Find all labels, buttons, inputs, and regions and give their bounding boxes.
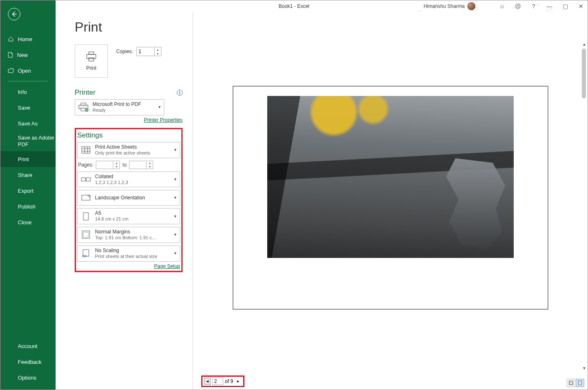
paper-sub: 14.8 cm x 21 cm [95,216,170,222]
document-title: Book1 - Excel [278,3,309,9]
preview-page [233,86,548,309]
sidebar-separator [8,81,48,81]
scrollbar-thumb[interactable] [582,49,586,98]
spin-up-icon[interactable]: ▲ [146,161,153,165]
spin-up-icon[interactable]: ▲ [155,47,161,52]
svg-rect-21 [570,382,572,384]
printer-heading-row: Printer i [75,88,183,97]
sidebar-item-options[interactable]: Options [0,370,56,385]
sidebar-item-open[interactable]: Open [0,63,56,78]
spin-up-icon[interactable]: ▲ [113,161,120,165]
info-icon[interactable]: i [177,90,183,96]
sidebar-item-share[interactable]: Share [0,167,56,183]
svg-point-10 [85,108,88,112]
collation-sub: 1,2,3 1,2,3 1,2,3 [95,180,170,186]
sidebar-item-save-as[interactable]: Save As [0,115,56,131]
printer-properties-link[interactable]: Printer Properties [144,117,183,123]
pages-from-input[interactable] [96,161,113,169]
orientation-dropdown[interactable]: Landscape Orientation ▼ [77,190,180,206]
print-settings-column: Print Copies: ▲▼ Printer i Microsoft Pri… [75,44,183,272]
pages-to-input[interactable] [129,161,146,169]
print-button[interactable]: Print [75,44,108,78]
chevron-down-icon: ▼ [173,233,177,237]
sidebar-label: Publish [18,204,36,210]
pages-to-label: to [122,162,127,168]
sidebar-item-print[interactable]: Print [0,151,56,167]
back-button[interactable] [8,8,20,20]
paper-size-dropdown[interactable]: A5 14.8 cm x 21 cm ▼ [77,208,180,224]
landscape-icon [80,192,92,204]
scroll-up-icon[interactable]: ▲ [582,42,586,47]
svg-rect-6 [89,58,94,61]
sidebar-item-save-adobe[interactable]: Save as Adobe PDF [0,131,56,151]
prev-page-button[interactable]: ◄ [204,378,211,385]
pages-row: Pages: ▲▼ to ▲▼ [77,161,180,169]
user-identity[interactable]: Himanshu Sharma [424,2,476,10]
zoom-to-page-button[interactable] [576,379,584,387]
next-page-button[interactable]: ► [235,378,242,385]
close-button[interactable]: ✕ [577,3,585,10]
face-happy-icon[interactable]: ☺ [498,3,506,10]
sidebar-item-info[interactable]: Info [0,84,56,100]
maximize-button[interactable]: ▢ [561,3,569,10]
copies-label: Copies: [116,49,133,54]
spin-down-icon[interactable]: ▼ [146,165,153,169]
svg-rect-8 [81,103,86,105]
chevron-down-icon: ▼ [173,214,177,218]
paper-title: A5 [95,210,170,216]
sidebar-item-close[interactable]: Close [0,214,56,230]
pages-to-spinner[interactable]: ▲▼ [129,161,153,169]
folder-open-icon [8,68,14,73]
collate-icon [80,174,92,185]
home-icon [8,36,14,42]
file-icon [8,52,13,58]
copies-input[interactable] [137,47,154,56]
scaling-dropdown[interactable]: 100 No Scaling Print sheets at their act… [77,245,180,262]
sidebar-label: Save as Adobe PDF [18,135,56,147]
chevron-down-icon: ▼ [173,177,177,182]
margins-dropdown[interactable]: Normal Margins Top: 1.91 cm Bottom: 1.91… [77,227,180,243]
printer-name: Microsoft Print to PDF [93,101,154,108]
sidebar-item-export[interactable]: Export [0,183,56,199]
page-setup-link[interactable]: Page Setup [154,263,180,269]
sidebar-label: Save As [18,120,38,127]
svg-rect-11 [82,147,90,153]
sidebar-item-account[interactable]: Account [0,338,56,354]
sidebar-label: Export [18,188,34,194]
margins-icon [80,229,92,240]
show-margins-button[interactable] [567,379,575,387]
help-icon[interactable]: ? [529,3,538,10]
svg-rect-15 [83,213,88,220]
arrow-left-icon [11,11,17,17]
print-what-dropdown[interactable]: Print Active Sheets Only print the activ… [77,142,180,158]
chevron-down-icon: ▼ [173,148,177,152]
printer-device-icon [78,101,89,113]
spin-down-icon[interactable]: ▼ [155,52,161,56]
scroll-down-icon[interactable]: ▼ [582,366,586,370]
spin-down-icon[interactable]: ▼ [113,165,120,169]
sidebar-label: Save [18,105,30,111]
printer-dropdown[interactable]: Microsoft Print to PDF Ready ▼ [75,99,164,115]
svg-text:100: 100 [82,255,87,258]
sidebar-item-new[interactable]: New [0,47,56,63]
sidebar-item-home[interactable]: Home [0,31,56,47]
chevron-down-icon: ▼ [173,196,177,200]
pages-from-spinner[interactable]: ▲▼ [96,161,120,169]
face-sad-icon[interactable]: ☹ [514,3,522,10]
avatar[interactable] [467,2,476,10]
page-icon [80,211,92,222]
chevron-down-icon: ▼ [158,105,161,109]
copies-spinner[interactable]: ▲▼ [137,47,161,56]
collation-dropdown[interactable]: Collated 1,2,3 1,2,3 1,2,3 ▼ [77,172,180,188]
print-backstage: Print Print Copies: ▲▼ Printer i [56,12,588,390]
current-page-input[interactable] [212,378,223,385]
sidebar-label: Home [18,36,32,42]
printer-icon [85,51,98,62]
sidebar-item-save[interactable]: Save [0,100,56,115]
sidebar-label: Print [18,156,29,162]
minimize-button[interactable]: — [545,3,554,10]
sidebar-item-feedback[interactable]: Feedback [0,354,56,370]
sidebar-item-publish[interactable]: Publish [0,199,56,214]
sidebar-label: Close [18,219,32,226]
svg-rect-13 [86,178,90,181]
